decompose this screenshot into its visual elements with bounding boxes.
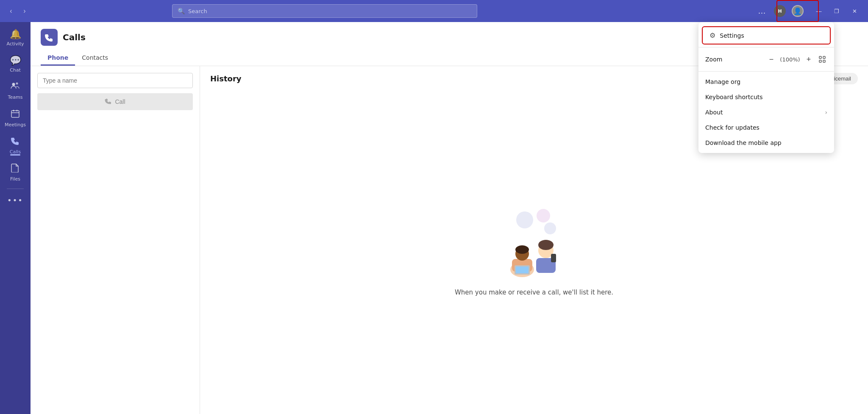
sidebar-label-chat: Chat (10, 67, 21, 73)
sidebar-item-teams[interactable]: Teams (2, 78, 29, 103)
zoom-controls: − (100%) + (766, 54, 827, 64)
calls-icon (11, 136, 20, 147)
settings-label: Settings (720, 32, 744, 39)
titlebar-right: ... H 👤 — ❐ ✕ (756, 4, 863, 18)
sidebar-more-button[interactable]: ••• (2, 192, 29, 208)
calls-page-title: Calls (63, 32, 86, 42)
svg-point-1 (16, 83, 18, 85)
activity-icon: 🔔 (10, 29, 21, 39)
sidebar-label-meetings: Meetings (5, 122, 26, 128)
zoom-plus-button[interactable]: + (804, 54, 814, 64)
calls-page-icon (41, 29, 58, 46)
files-icon (11, 163, 20, 175)
call-button-icon (105, 97, 111, 106)
about-item[interactable]: About › (698, 105, 834, 120)
keyboard-shortcuts-item[interactable]: Keyboard shortcuts (698, 89, 834, 105)
about-chevron-icon: › (825, 109, 827, 116)
search-placeholder: Search (188, 8, 207, 14)
check-updates-item[interactable]: Check for updates (698, 120, 834, 135)
tab-contacts[interactable]: Contacts (75, 51, 115, 66)
svg-point-10 (544, 222, 556, 234)
sidebar-item-meetings[interactable]: Meetings (2, 106, 29, 131)
empty-illustration: 📞 💬 📹 (492, 204, 576, 280)
dropdown-menu: ⚙ Settings Zoom − (100%) + Manage org Ke… (698, 22, 834, 153)
manage-org-label: Manage org (705, 78, 740, 85)
history-title: History (210, 74, 242, 83)
zoom-minus-button[interactable]: − (766, 54, 776, 64)
user-initials: H (774, 5, 786, 17)
svg-rect-23 (819, 56, 821, 58)
svg-rect-25 (819, 60, 821, 62)
svg-point-0 (12, 83, 15, 86)
sidebar-item-calls[interactable]: Calls (2, 133, 29, 158)
svg-rect-2 (11, 111, 19, 117)
user-badge[interactable]: H (771, 4, 788, 18)
title-bar: ‹ › 🔍 Search ... H 👤 — ❐ ✕ (0, 0, 868, 22)
sidebar-label-teams: Teams (8, 94, 23, 100)
type-name-input[interactable] (37, 73, 193, 88)
search-icon: 🔍 (178, 8, 185, 14)
sidebar-label-files: Files (10, 176, 20, 182)
sidebar-item-files[interactable]: Files (2, 160, 29, 185)
close-button[interactable]: ✕ (846, 4, 863, 18)
svg-point-15 (515, 245, 529, 254)
svg-rect-26 (823, 60, 825, 62)
more-dots-icon: ••• (7, 196, 23, 205)
dropdown-divider-2 (698, 71, 834, 72)
calls-left-panel: Call (31, 66, 200, 414)
nav-back-button[interactable]: ‹ (5, 5, 17, 17)
download-mobile-label: Download the mobile app (705, 139, 782, 146)
svg-point-19 (538, 240, 554, 250)
keyboard-shortcuts-label: Keyboard shortcuts (705, 94, 763, 100)
sidebar-item-chat[interactable]: 💬 Chat (2, 52, 29, 76)
zoom-value: (100%) (780, 56, 800, 63)
sidebar: 🔔 Activity 💬 Chat Teams (0, 22, 31, 414)
svg-rect-21 (551, 254, 556, 262)
meetings-icon (11, 109, 20, 120)
gear-icon: ⚙ (709, 31, 715, 39)
calls-active-indicator (10, 154, 20, 156)
call-button[interactable]: Call (37, 93, 193, 110)
chat-icon: 💬 (10, 55, 21, 66)
avatar[interactable]: 👤 (792, 5, 804, 17)
zoom-fit-button[interactable] (817, 54, 827, 64)
sidebar-divider (7, 189, 24, 189)
settings-menu-item[interactable]: ⚙ Settings (702, 26, 831, 44)
minimize-button[interactable]: — (810, 4, 827, 18)
restore-button[interactable]: ❐ (828, 4, 845, 18)
empty-state-text: When you make or receive a call, we'll l… (455, 289, 613, 296)
zoom-label: Zoom (705, 56, 761, 63)
call-button-label: Call (115, 98, 125, 105)
download-mobile-item[interactable]: Download the mobile app (698, 135, 834, 150)
window-controls: — ❐ ✕ (810, 4, 863, 18)
sidebar-item-activity[interactable]: 🔔 Activity (2, 25, 29, 50)
manage-org-item[interactable]: Manage org (698, 74, 834, 89)
svg-rect-17 (516, 267, 529, 273)
svg-rect-24 (823, 56, 825, 58)
dropdown-divider-1 (698, 47, 834, 47)
svg-point-6 (516, 211, 533, 228)
zoom-row: Zoom − (100%) + (698, 50, 834, 69)
more-options-button[interactable]: ... (756, 5, 768, 17)
nav-buttons: ‹ › (5, 5, 31, 17)
nav-forward-button[interactable]: › (19, 5, 31, 17)
teams-icon (11, 81, 20, 93)
tab-phone[interactable]: Phone (41, 51, 75, 66)
search-bar[interactable]: 🔍 Search (172, 4, 477, 18)
about-label: About (705, 109, 723, 116)
sidebar-label-activity: Activity (6, 41, 24, 47)
svg-point-22 (492, 204, 576, 280)
svg-point-8 (537, 209, 550, 222)
check-updates-label: Check for updates (705, 124, 760, 131)
